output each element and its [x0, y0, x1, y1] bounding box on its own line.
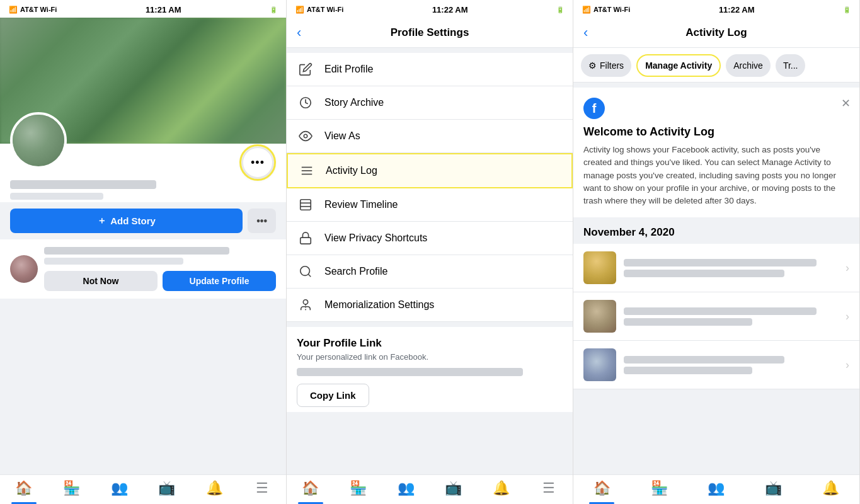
signal-icon-3: 📶: [582, 6, 591, 14]
post-thumbnail-3: [583, 348, 616, 381]
status-bar-panel2: 📶 AT&T Wi-Fi 11:22 AM 🔋: [287, 0, 573, 18]
activity-post-item-3[interactable]: ›: [573, 341, 859, 389]
svg-point-11: [303, 300, 307, 304]
friend-suggestion-card: Not Now Update Profile: [0, 239, 286, 299]
home-icon-2: 🏠: [302, 480, 319, 496]
add-story-button[interactable]: ＋ Add Story: [10, 209, 243, 233]
tab-friends-3[interactable]: 👥: [688, 480, 745, 496]
tab-notifications[interactable]: 🔔: [191, 480, 239, 496]
signal-icon: 📶: [9, 6, 18, 14]
battery-area: 🔋: [270, 6, 277, 13]
search-profile-label: Search Profile: [324, 266, 388, 277]
carrier-info-3: 📶 AT&T Wi-Fi: [582, 6, 630, 14]
facebook-logo-icon: f: [583, 98, 605, 119]
privacy-label: View Privacy Shortcuts: [324, 232, 427, 244]
settings-item-edit-profile[interactable]: Edit Profile: [287, 53, 573, 86]
shop-icon-3: 🏪: [651, 480, 668, 496]
panel-profile: 📶 AT&T Wi-Fi 11:21 AM 🔋 ••• ＋ Add: [0, 0, 287, 504]
tab-watch[interactable]: 📺: [143, 480, 191, 496]
close-button[interactable]: ✕: [841, 96, 851, 110]
settings-item-search-profile[interactable]: Search Profile: [287, 255, 573, 289]
tab-bar-panel1: 🏠 🏪 👥 📺 🔔 ☰: [0, 474, 286, 504]
friend-sub-blur: [44, 258, 183, 265]
filters-tab[interactable]: ⚙ Filters: [581, 54, 631, 77]
post-line-5: [624, 356, 784, 364]
tab-shop-3[interactable]: 🏪: [631, 480, 688, 496]
post-line-1: [624, 259, 817, 266]
activity-date-label: November 4, 2020: [573, 217, 859, 244]
search-profile-icon: [297, 265, 314, 278]
manage-activity-tab[interactable]: Manage Activity: [636, 54, 721, 77]
activity-log-title: Activity Log: [685, 26, 747, 39]
trash-tab-label: Tr...: [783, 60, 798, 71]
settings-item-memorialization[interactable]: Memorialization Settings: [287, 289, 573, 322]
view-as-icon: [297, 129, 314, 143]
more-options-circle-button[interactable]: •••: [242, 147, 273, 178]
svg-rect-5: [301, 200, 311, 210]
tab-menu-2[interactable]: ☰: [525, 480, 573, 496]
friends-icon: 👥: [111, 480, 128, 496]
copy-link-button[interactable]: Copy Link: [297, 384, 369, 407]
plus-icon: ＋: [97, 215, 106, 227]
tab-friends[interactable]: 👥: [95, 480, 143, 496]
not-now-button[interactable]: Not Now: [44, 271, 158, 291]
bell-icon-2: 🔔: [493, 480, 510, 496]
welcome-title: Welcome to Activity Log: [583, 125, 849, 139]
tab-home-3[interactable]: 🏠: [573, 480, 631, 496]
activity-post-item-2[interactable]: ›: [573, 292, 859, 341]
three-dots-icon: •••: [251, 156, 265, 169]
archive-tab[interactable]: Archive: [726, 54, 771, 77]
top-nav-settings: ‹ Profile Settings: [287, 18, 573, 48]
tab-home-2[interactable]: 🏠: [287, 480, 335, 496]
avatar: [10, 112, 67, 169]
update-profile-button[interactable]: Update Profile: [163, 271, 276, 291]
signal-icon-2: 📶: [295, 6, 304, 14]
settings-item-privacy[interactable]: View Privacy Shortcuts: [287, 222, 573, 255]
tab-home[interactable]: 🏠: [0, 480, 48, 496]
tab-menu[interactable]: ☰: [238, 480, 286, 496]
settings-item-review-timeline[interactable]: Review Timeline: [287, 188, 573, 222]
shop-icon-2: 🏪: [350, 480, 367, 496]
post-line-2: [624, 270, 784, 277]
carrier-info: 📶 AT&T Wi-Fi: [9, 6, 57, 14]
trash-tab[interactable]: Tr...: [776, 54, 806, 77]
status-bar-panel3: 📶 AT&T Wi-Fi 11:22 AM 🔋: [573, 0, 859, 18]
settings-item-activity-log[interactable]: Activity Log: [287, 153, 573, 188]
tab-bar-panel3: 🏠 🏪 👥 📺 🔔: [573, 474, 859, 504]
time-label: 11:21 AM: [146, 5, 181, 14]
activity-post-item-1[interactable]: ›: [573, 244, 859, 292]
archive-tab-label: Archive: [733, 60, 763, 71]
post-line-6: [624, 367, 752, 374]
profile-header: •••: [0, 18, 286, 202]
post-line-3: [624, 307, 817, 315]
friends-icon-2: 👥: [398, 480, 415, 496]
settings-item-story-archive[interactable]: Story Archive: [287, 86, 573, 120]
tab-watch-3[interactable]: 📺: [745, 480, 802, 496]
back-button-settings[interactable]: ‹: [297, 25, 301, 41]
profile-link-section: Your Profile Link Your personalized link…: [287, 327, 573, 412]
tab-watch-2[interactable]: 📺: [430, 480, 478, 496]
tab-friends-2[interactable]: 👥: [382, 480, 430, 496]
tab-shop[interactable]: 🏪: [48, 480, 96, 496]
shop-icon: 🏪: [63, 480, 80, 496]
edit-profile-label: Edit Profile: [324, 64, 373, 75]
menu-icon-2: ☰: [542, 480, 555, 496]
more-btn[interactable]: •••: [248, 209, 276, 233]
battery-area-3: 🔋: [843, 6, 851, 13]
settings-item-view-as[interactable]: View As: [287, 120, 573, 153]
home-icon: 🏠: [15, 480, 32, 496]
friend-text-area: Not Now Update Profile: [44, 247, 276, 291]
story-archive-icon: [297, 96, 314, 110]
tab-shop-2[interactable]: 🏪: [335, 480, 382, 496]
profile-subtitle-blur: [10, 193, 103, 200]
memorialization-icon: [297, 298, 314, 312]
profile-link-subtitle: Your personalized link on Facebook.: [297, 352, 563, 362]
carrier-label-3: AT&T Wi-Fi: [593, 6, 630, 13]
carrier-label-2: AT&T Wi-Fi: [307, 6, 343, 13]
filters-icon: ⚙: [588, 60, 597, 71]
back-button-activity[interactable]: ‹: [583, 25, 588, 41]
post-more-icon-2: ›: [846, 310, 849, 323]
tab-notifications-2[interactable]: 🔔: [478, 480, 525, 496]
tab-notifications-3[interactable]: 🔔: [802, 480, 859, 496]
svg-point-1: [304, 134, 307, 138]
